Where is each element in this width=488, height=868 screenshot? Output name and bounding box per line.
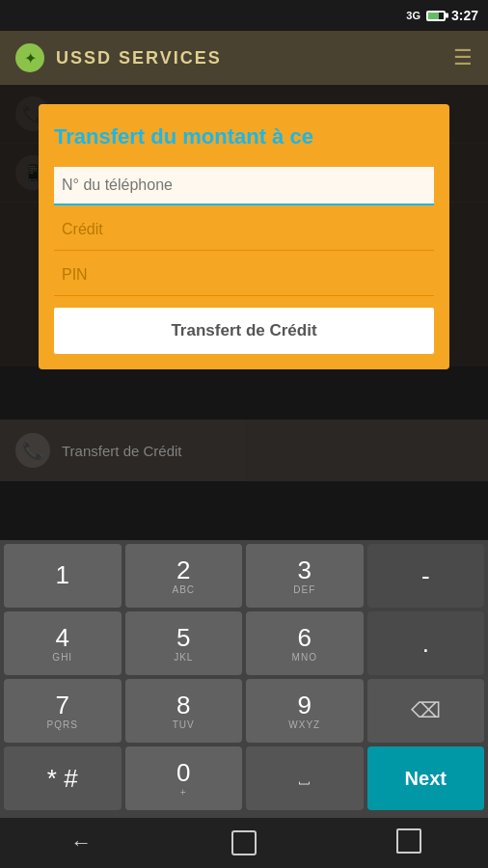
menu-icon[interactable]: ☰ [453,45,473,70]
key-row-2: 4 GHI 5 JKL 6 MNO . [4,611,484,675]
transfer-row-icon: 📞 [15,433,50,468]
key-1[interactable]: 1 [4,544,122,608]
back-icon: ← [70,830,92,855]
recent-button[interactable] [383,826,431,860]
transfer-button[interactable]: Transfert de Crédit [54,308,434,354]
bottom-nav: ← [0,818,488,868]
recent-icon [396,832,418,854]
backspace-key[interactable]: ⌫ [367,679,485,743]
key-2[interactable]: 2 ABC [125,544,243,608]
key-row-3: 7 PQRS 8 TUV 9 WXYZ ⌫ [4,679,484,743]
key-7[interactable]: 7 PQRS [4,679,122,743]
app-header: ✦ USSD SERVICES ☰ [0,31,488,85]
key-space[interactable]: ⎵ [246,746,364,810]
key-minus[interactable]: - [367,544,485,608]
battery-icon [426,11,446,21]
backspace-icon: ⌫ [411,698,441,723]
next-label: Next [405,768,447,790]
key-0[interactable]: 0 + [125,746,243,810]
key-6[interactable]: 6 MNO [246,611,364,675]
transfer-row-text: Transfert de Crédit [62,443,182,459]
status-bar: 3G 3:27 [0,0,488,31]
home-icon [231,830,257,855]
phone-input[interactable] [54,167,434,205]
pin-input[interactable] [54,255,434,296]
key-5[interactable]: 5 JKL [125,611,243,675]
credit-input[interactable] [54,209,434,251]
key-row-1: 1 2 ABC 3 DEF - [4,544,484,608]
key-3[interactable]: 3 DEF [246,544,364,608]
key-8[interactable]: 8 TUV [125,679,243,743]
key-dot[interactable]: . [367,611,485,675]
key-4[interactable]: 4 GHI [4,611,122,675]
key-row-4: * # 0 + ⎵ Next [4,746,484,810]
numeric-keyboard: 1 2 ABC 3 DEF - 4 GHI 5 JKL 6 MNO . [0,540,488,818]
app-logo: ✦ [15,43,44,72]
next-button[interactable]: Next [367,746,485,810]
home-button[interactable] [220,826,268,860]
signal-indicator: 3G [406,10,420,21]
time-display: 3:27 [451,8,478,23]
dialog-title: Transfert du montant à ce [54,123,434,151]
back-button[interactable]: ← [57,826,105,860]
key-9[interactable]: 9 WXYZ [246,679,364,743]
key-star-hash[interactable]: * # [4,746,122,810]
dialog: Transfert du montant à ce Transfert de C… [39,104,449,369]
transfer-row: 📞 Transfert de Crédit [0,420,488,481]
app-title: USSD SERVICES [56,48,442,68]
